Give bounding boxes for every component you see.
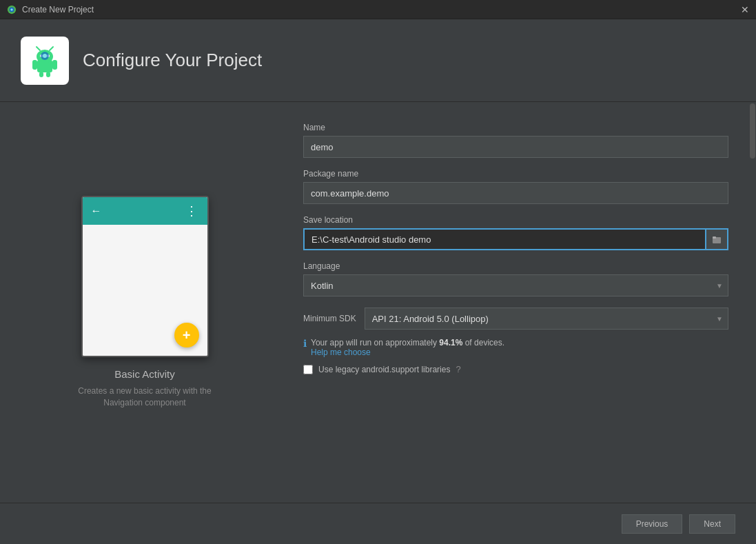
name-input[interactable]	[303, 136, 728, 158]
fab-button: +	[174, 323, 199, 347]
scrollbar[interactable]	[749, 102, 756, 503]
help-me-choose-link[interactable]: Help me choose	[311, 347, 371, 357]
info-text: Your app will run on approximately 94.1%…	[311, 338, 504, 357]
back-icon: ←	[91, 205, 102, 217]
svg-rect-13	[46, 72, 50, 77]
activity-label: Basic Activity	[114, 368, 175, 380]
svg-point-15	[43, 54, 47, 58]
save-location-wrapper	[303, 228, 728, 250]
checkbox-row: Use legacy android.support libraries ?	[303, 364, 728, 374]
menu-icon: ⋮	[185, 203, 199, 219]
title-bar-text: Create New Project	[22, 5, 94, 14]
language-select-wrapper: Kotlin Java ▼	[303, 274, 728, 296]
name-label: Name	[303, 123, 728, 132]
language-group: Language Kotlin Java ▼	[303, 261, 728, 296]
info-text-after: of devices.	[462, 338, 504, 347]
phone-toolbar: ← ⋮	[83, 197, 207, 225]
footer: Previous Next	[0, 503, 756, 544]
page-title: Configure Your Project	[83, 50, 262, 71]
package-name-label: Package name	[303, 169, 728, 179]
main-content: ← ⋮ + Basic Activity Creates a new basic…	[0, 102, 756, 503]
title-bar-left: Create New Project	[7, 5, 94, 14]
browse-button[interactable]	[706, 228, 728, 250]
name-group: Name	[303, 123, 728, 158]
package-name-input[interactable]	[303, 182, 728, 204]
save-location-group: Save location	[303, 215, 728, 250]
android-studio-icon	[7, 5, 17, 14]
save-location-label: Save location	[303, 215, 728, 225]
sdk-select[interactable]: API 16: Android 4.1 (Jelly Bean) API 21:…	[365, 308, 728, 330]
sdk-label: Minimum SDK	[303, 314, 356, 323]
legacy-support-checkbox[interactable]	[303, 365, 313, 374]
info-text-before: Your app will run on approximately	[311, 338, 439, 347]
scrollbar-thumb[interactable]	[750, 103, 755, 159]
checkbox-help-icon[interactable]: ?	[456, 364, 460, 374]
title-bar: Create New Project ✕	[0, 0, 756, 19]
legacy-support-label: Use legacy android.support libraries	[318, 365, 450, 374]
package-name-group: Package name	[303, 169, 728, 204]
info-percentage: 94.1%	[439, 338, 462, 347]
svg-rect-10	[32, 60, 37, 70]
svg-rect-11	[52, 60, 57, 70]
header: Configure Your Project	[0, 19, 756, 102]
android-studio-logo	[26, 42, 63, 79]
right-panel: Name Package name Save location	[289, 116, 756, 489]
info-icon: ℹ	[303, 338, 307, 349]
header-logo	[21, 37, 69, 85]
sdk-select-wrapper: API 16: Android 4.1 (Jelly Bean) API 21:…	[365, 308, 728, 330]
svg-point-2	[10, 8, 13, 11]
close-button[interactable]: ✕	[741, 4, 749, 15]
phone-body: +	[83, 225, 207, 356]
sdk-row: Minimum SDK API 16: Android 4.1 (Jelly B…	[303, 308, 728, 330]
save-location-input[interactable]	[303, 228, 706, 250]
language-label: Language	[303, 261, 728, 271]
info-row: ℹ Your app will run on approximately 94.…	[303, 338, 728, 357]
activity-desc: Creates a new basic activity with the Na…	[69, 385, 221, 409]
svg-rect-12	[39, 72, 43, 77]
phone-preview: ← ⋮ +	[81, 196, 209, 357]
next-button[interactable]: Next	[689, 514, 735, 534]
left-panel: ← ⋮ + Basic Activity Creates a new basic…	[0, 116, 289, 489]
svg-rect-17	[713, 236, 716, 239]
previous-button[interactable]: Previous	[622, 514, 683, 534]
folder-icon	[712, 234, 722, 244]
language-select[interactable]: Kotlin Java	[303, 274, 728, 296]
